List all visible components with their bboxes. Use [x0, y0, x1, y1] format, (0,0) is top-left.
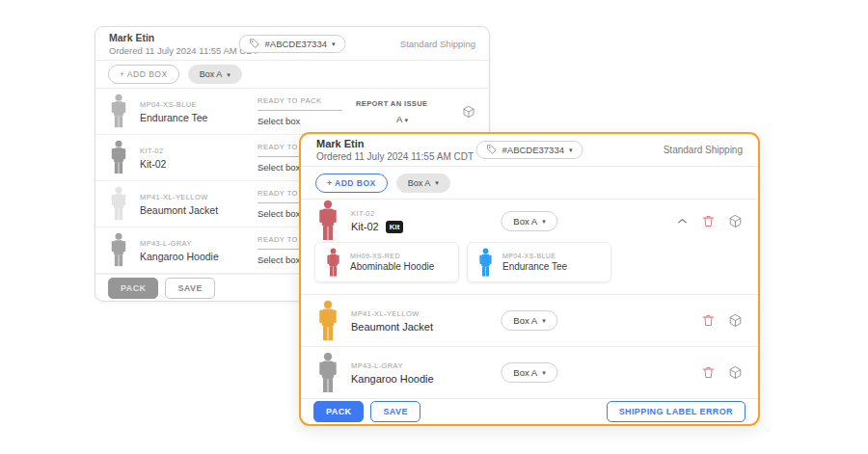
select-box-dropdown[interactable]: Select box — [258, 116, 342, 126]
box-toolbar: + ADD BOX Box A ▾ — [301, 167, 758, 200]
product-photo — [316, 200, 339, 242]
box-toolbar: + ADD BOX Box A ▾ — [95, 61, 489, 89]
product-photo — [316, 300, 339, 342]
tag-icon — [250, 39, 260, 49]
order-tag-label: #ABCDE37334 — [265, 39, 327, 49]
order-card-active: Mark Etin Ordered 11 July 2024 11:55 AM … — [299, 132, 760, 426]
box-assign-label: Box A — [513, 315, 537, 326]
package-button[interactable] — [462, 105, 475, 119]
product-photo — [109, 140, 128, 175]
report-issue-column: REPORT AN ISSUE A ▾ — [356, 99, 448, 124]
item-labels: KIT-02 Kit-02 Kit — [351, 209, 457, 233]
packing-screen: Mark Etin Ordered 11 July 2024 11:55 AM … — [0, 0, 868, 454]
item-name: Kit-02 — [351, 221, 379, 232]
add-box-button[interactable]: + ADD BOX — [315, 174, 388, 193]
report-issue-label: REPORT AN ISSUE — [356, 99, 448, 108]
remove-item-button[interactable] — [701, 365, 716, 380]
garment — [327, 248, 339, 276]
product-photo — [477, 248, 494, 278]
product-photo — [316, 352, 339, 394]
box-assign-dropdown[interactable]: Box A ▾ — [501, 310, 557, 331]
box-assign-label: Box A — [513, 367, 537, 378]
box-select-dropdown[interactable]: Box A ▾ — [396, 174, 450, 193]
box-assign-dropdown[interactable]: Box A ▾ — [501, 211, 557, 231]
garment — [319, 200, 336, 240]
item-sku: MP43-L-GRAY — [140, 239, 232, 248]
garment — [479, 248, 491, 276]
remove-item-button[interactable] — [701, 214, 716, 228]
garment — [112, 141, 126, 174]
order-tag-dropdown[interactable]: #ABCDE37334 ▾ — [476, 141, 583, 159]
garment — [112, 233, 126, 266]
package-button[interactable] — [728, 214, 743, 228]
caret-down-icon: ▾ — [227, 71, 231, 78]
package-button[interactable] — [728, 313, 743, 328]
item-name: Kit-02 — [140, 158, 232, 170]
item-name: Abominable Hoodie — [350, 261, 434, 272]
caret-down-icon: ▾ — [542, 369, 546, 376]
item-sku: MP04-XS-BLUE — [140, 100, 232, 109]
box-select-dropdown[interactable]: Box A ▾ — [188, 65, 242, 84]
product-photo — [109, 186, 128, 222]
garment — [112, 94, 126, 127]
add-box-button[interactable]: + ADD BOX — [108, 65, 179, 84]
kit-section: KIT-02 Kit-02 Kit Box A ▾ — [301, 200, 758, 295]
package-icon — [728, 214, 743, 228]
product-photo — [325, 248, 341, 278]
caret-down-icon: ▾ — [435, 179, 439, 186]
item-sku: MP04-XS-BLUE — [502, 253, 567, 259]
kit-children: MH09-XS-RED Abominable Hoodie MP04-XS-BL… — [301, 242, 758, 294]
kit-child-card: MP04-XS-BLUE Endurance Tee — [467, 242, 611, 282]
order-date: Ordered 11 July 2024 11:55 AM CDT — [316, 151, 474, 162]
product-photo — [109, 232, 128, 268]
pack-button[interactable]: PACK — [108, 278, 158, 299]
order-date: Ordered 11 July 2024 11:55 AM CDT — [109, 45, 258, 56]
customer-block: Mark Etin Ordered 11 July 2024 11:55 AM … — [109, 32, 258, 56]
status-column: READY TO PACK Select box — [258, 96, 342, 126]
chevron-up-icon — [676, 215, 689, 227]
item-name: Beaumont Jacket — [351, 321, 433, 333]
package-icon — [728, 365, 743, 380]
caret-down-icon: ▾ — [569, 147, 573, 153]
item-name: Kangaroo Hoodie — [140, 251, 232, 262]
caret-down-icon: ▾ — [332, 40, 336, 47]
item-row: KIT-02 Kit-02 Kit Box A ▾ — [301, 200, 758, 242]
trash-icon — [701, 365, 716, 380]
box-select-label: Box A — [200, 69, 223, 79]
item-labels: MP04-XS-BLUE Endurance Tee — [140, 100, 232, 123]
order-tag-dropdown[interactable]: #ABCDE37334 ▾ — [239, 35, 346, 53]
package-button[interactable] — [728, 365, 743, 380]
remove-item-button[interactable] — [701, 313, 716, 328]
pack-button[interactable]: PACK — [313, 401, 364, 422]
shipping-label-error-button[interactable]: SHIPPING LABEL ERROR — [607, 401, 746, 422]
item-sku: MP41-XL-YELLOW — [351, 309, 457, 318]
package-icon — [728, 313, 743, 328]
trash-icon — [701, 313, 716, 328]
caret-down-icon: ▾ — [404, 117, 408, 123]
report-issue-value: A — [396, 114, 402, 124]
item-name: Kangaroo Hoodie — [351, 373, 434, 385]
save-button[interactable]: SAVE — [370, 401, 420, 422]
garment — [112, 187, 126, 220]
order-header: Mark Etin Ordered 11 July 2024 11:55 AM … — [95, 27, 489, 61]
customer-name: Mark Etin — [109, 32, 258, 43]
save-button[interactable]: SAVE — [165, 278, 214, 299]
item-sku: KIT-02 — [351, 209, 457, 218]
caret-down-icon: ▾ — [542, 218, 546, 225]
trash-icon — [701, 214, 716, 228]
collapse-kit-button[interactable] — [676, 215, 689, 227]
box-assign-label: Box A — [513, 216, 537, 227]
shipping-method: Standard Shipping — [400, 39, 475, 49]
shipping-method: Standard Shipping — [664, 145, 743, 155]
package-icon — [462, 105, 475, 119]
report-issue-dropdown[interactable]: A ▾ — [356, 114, 448, 124]
box-assign-dropdown[interactable]: Box A ▾ — [501, 362, 557, 383]
product-photo — [109, 93, 128, 129]
kit-child-card: MH09-XS-RED Abominable Hoodie — [314, 242, 459, 282]
order-tag-label: #ABCDE37334 — [502, 145, 564, 155]
item-name: Endurance Tee — [140, 112, 232, 123]
customer-name: Mark Etin — [316, 138, 474, 149]
customer-block: Mark Etin Ordered 11 July 2024 11:55 AM … — [316, 138, 474, 162]
order-header: Mark Etin Ordered 11 July 2024 11:55 AM … — [301, 134, 758, 167]
item-name: Endurance Tee — [502, 261, 567, 272]
